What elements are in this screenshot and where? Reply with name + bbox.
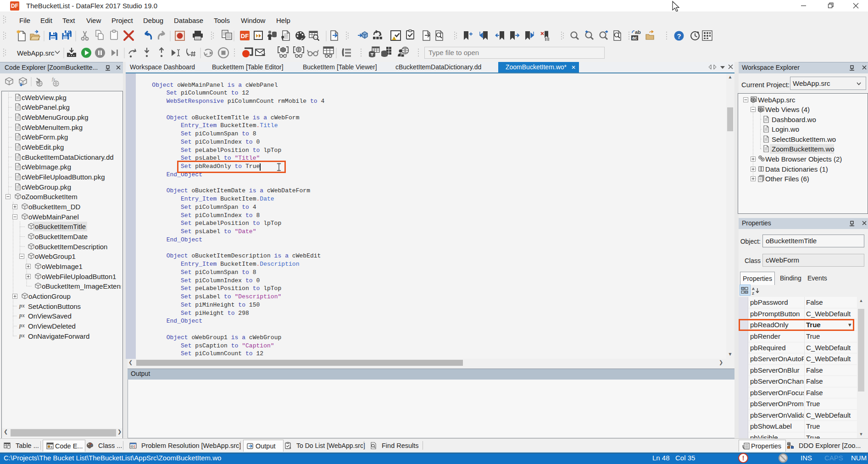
svg-text:ab: ab: [635, 29, 641, 35]
svg-text:Z: Z: [752, 291, 754, 296]
svg-text:ac: ac: [632, 35, 638, 40]
svg-text:DF: DF: [241, 33, 249, 39]
svg-text:!: !: [742, 454, 745, 462]
svg-text:?: ?: [677, 32, 681, 40]
svg-text:A: A: [752, 287, 755, 291]
